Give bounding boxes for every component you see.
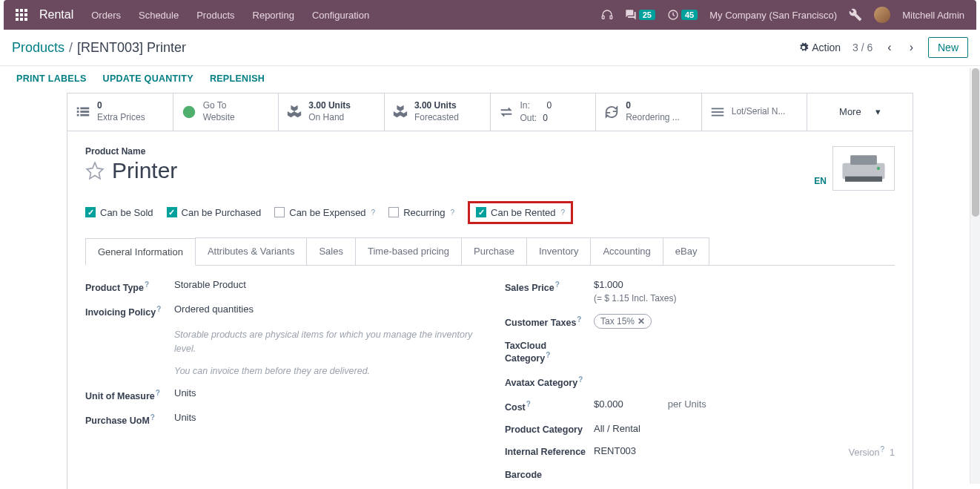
product-type-label: Product Type?	[85, 279, 174, 293]
new-button[interactable]: New	[928, 37, 968, 58]
pager-next[interactable]: ›	[907, 41, 916, 54]
apps-icon[interactable]	[16, 9, 27, 21]
svg-rect-13	[80, 107, 89, 109]
pager-prev[interactable]: ‹	[884, 41, 894, 54]
action-menu[interactable]: Action	[798, 42, 841, 53]
print-labels-button[interactable]: PRINT LABELS	[16, 73, 87, 84]
clock-count: 45	[681, 10, 698, 20]
star-icon[interactable]	[85, 161, 105, 180]
tax-label: Customer Taxes?	[505, 314, 594, 328]
stat-website[interactable]: Go ToWebsite	[173, 93, 279, 131]
chk-label: Can be Rented	[491, 207, 555, 218]
cost-value[interactable]: $0.000	[594, 398, 623, 410]
invoicing-value[interactable]: Ordered quantities	[174, 303, 254, 315]
invoicing-label: Invoicing Policy?	[85, 303, 174, 318]
price-value[interactable]: $1.000	[594, 279, 623, 290]
uom-value[interactable]: Units	[174, 387, 196, 398]
tab-attributes[interactable]: Attributes & Variants	[195, 237, 308, 265]
svg-rect-10	[610, 16, 612, 19]
nav-links: Orders Schedule Products Reporting Confi…	[91, 10, 369, 21]
svg-rect-9	[602, 16, 604, 19]
tab-time-pricing[interactable]: Time-based pricing	[355, 237, 462, 265]
svg-rect-0	[16, 9, 19, 12]
note-storable: Storable products are physical items for…	[174, 328, 475, 356]
breadcrumb-root[interactable]: Products	[12, 40, 64, 56]
product-image[interactable]	[832, 146, 895, 191]
stat-on-hand[interactable]: 3.00 UnitsOn Hand	[279, 93, 385, 131]
scrollbar-thumb[interactable]	[972, 68, 979, 217]
checkbox-icon	[388, 207, 399, 217]
stat-label: Reordering ...	[626, 112, 680, 124]
stat-extra-prices[interactable]: 0Extra Prices	[67, 93, 173, 131]
tab-inventory[interactable]: Inventory	[526, 237, 591, 265]
chk-sold[interactable]: Can be Sold	[85, 207, 153, 218]
clock-badge[interactable]: 45	[667, 9, 698, 21]
svg-rect-23	[850, 155, 877, 165]
headset-icon[interactable]	[601, 9, 613, 21]
version-label: Version? 1	[849, 445, 895, 458]
transfer-icon	[498, 104, 514, 120]
tax-tag[interactable]: Tax 15%✕	[594, 314, 652, 329]
svg-rect-5	[24, 13, 27, 16]
tax-value: Tax 15%	[600, 316, 635, 326]
svg-point-18	[182, 106, 195, 119]
stat-in-out[interactable]: In: 0 Out:0	[491, 93, 597, 131]
stat-label: Go To	[203, 100, 235, 112]
product-name[interactable]: Printer	[112, 158, 177, 183]
barcode-label: Barcode	[505, 468, 594, 480]
tab-accounting[interactable]: Accounting	[590, 237, 663, 265]
tabs: General Information Attributes & Variant…	[85, 237, 895, 265]
tab-sales[interactable]: Sales	[306, 237, 356, 265]
tools-icon[interactable]	[849, 8, 862, 22]
stats-bar: 0Extra Prices Go ToWebsite 3.00 UnitsOn …	[67, 93, 913, 131]
update-quantity-button[interactable]: UPDATE QUANTITY	[103, 73, 193, 84]
svg-rect-14	[77, 111, 79, 113]
stat-more[interactable]: More ▾	[807, 93, 913, 131]
puom-value[interactable]: Units	[174, 412, 196, 423]
stat-value: 3.00 Units	[308, 100, 351, 112]
remove-tax-icon[interactable]: ✕	[638, 316, 645, 326]
chk-rented[interactable]: Can be Rented?	[476, 207, 565, 218]
stat-label: On Hand	[308, 112, 351, 124]
chk-purchased[interactable]: Can be Purchased	[167, 207, 262, 218]
svg-rect-19	[712, 108, 724, 109]
svg-rect-1	[20, 9, 23, 12]
nav-reporting[interactable]: Reporting	[253, 10, 294, 21]
category-value[interactable]: All / Rental	[594, 423, 640, 434]
stat-label: Out:	[520, 112, 537, 125]
caret-down-icon: ▾	[875, 106, 881, 117]
nav-orders[interactable]: Orders	[91, 10, 121, 21]
ref-value[interactable]: RENT003	[594, 445, 636, 456]
top-navbar: Rental Orders Schedule Products Reportin…	[4, 0, 976, 30]
price-label: Sales Price?	[505, 279, 594, 293]
company-name[interactable]: My Company (San Francisco)	[709, 10, 837, 21]
nav-configuration[interactable]: Configuration	[312, 10, 369, 21]
help-icon: ?	[451, 209, 455, 217]
stat-reordering[interactable]: 0Reordering ...	[596, 93, 702, 131]
chk-label: Can be Sold	[100, 207, 153, 218]
stat-forecasted[interactable]: 3.00 UnitsForecasted	[385, 93, 491, 131]
app-title[interactable]: Rental	[39, 8, 73, 22]
lang-badge[interactable]: EN	[814, 176, 827, 186]
scrollbar[interactable]	[970, 68, 980, 484]
stat-lot-serial[interactable]: Lot/Serial N...	[702, 93, 808, 131]
chk-expensed[interactable]: Can be Expensed?	[274, 207, 375, 218]
chat-badge[interactable]: 25	[625, 9, 655, 21]
replenish-button[interactable]: REPLENISH	[210, 73, 265, 84]
stat-label: In:	[520, 99, 530, 112]
tab-ebay[interactable]: eBay	[663, 237, 710, 265]
stat-value: 0	[97, 100, 145, 112]
svg-rect-6	[16, 18, 19, 21]
tab-purchase[interactable]: Purchase	[461, 237, 527, 265]
nav-schedule[interactable]: Schedule	[139, 10, 179, 21]
tab-general[interactable]: General Information	[85, 238, 196, 266]
breadcrumb-current: [RENT003] Printer	[77, 40, 186, 56]
gear-icon	[798, 42, 809, 53]
help-icon: ?	[371, 209, 376, 217]
avatar[interactable]	[874, 7, 890, 23]
chk-recurring[interactable]: Recurring?	[388, 207, 454, 218]
product-type-value[interactable]: Storable Product	[174, 279, 246, 290]
highlighted-rented: Can be Rented?	[468, 201, 573, 224]
username[interactable]: Mitchell Admin	[902, 10, 964, 21]
nav-products[interactable]: Products	[196, 10, 234, 21]
